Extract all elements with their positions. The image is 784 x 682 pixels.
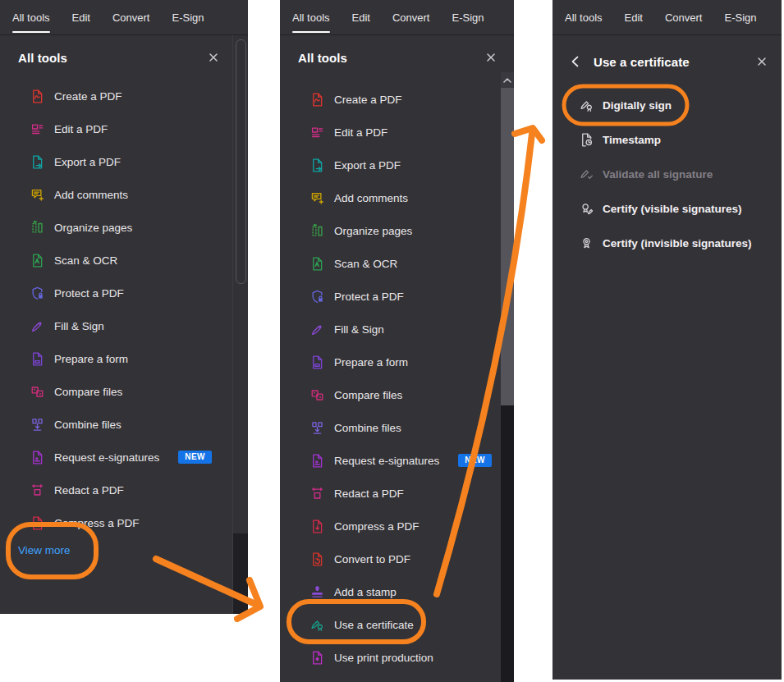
tool-item-protect-a-pdf[interactable]: Protect a PDF [0,277,248,309]
scan-ocr-icon [309,256,325,272]
organize-pages-icon [309,223,325,239]
tool-item-label: Create a PDF [334,94,402,106]
scrollbar-thumb[interactable] [501,88,514,405]
tool-item-scan-ocr[interactable]: Scan & OCR [0,244,248,277]
tool-item-redact-a-pdf[interactable]: Redact a PDF [280,477,514,510]
compare-files-icon [30,384,45,400]
tool-item-organize-pages[interactable]: Organize pages [0,211,248,244]
tool-item-compare-files[interactable]: Compare files [280,378,514,411]
tool-item-label: Edit a PDF [54,123,108,135]
tool-item-certify-invisible-signatures[interactable]: Certify (invisible signatures) [552,226,782,260]
tool-item-label: Use print production [334,652,433,664]
view-more-link[interactable]: View more [18,544,71,556]
tool-item-label: Digitally sign [603,99,672,112]
tool-item-edit-a-pdf[interactable]: Edit a PDF [0,112,248,145]
tool-item-certify-visible-signatures[interactable]: Certify (visible signatures) [552,191,782,226]
scrollbar-thumb[interactable] [236,39,246,284]
tool-item-label: Certify (visible signatures) [603,203,742,215]
request-e-signatures-icon [309,453,325,469]
tool-item-redact-a-pdf[interactable]: Redact a PDF [0,474,248,506]
tab-edit[interactable]: Edit [72,0,90,34]
tool-item-prepare-a-form[interactable]: Prepare a form [280,346,514,378]
tool-item-compare-files[interactable]: Compare files [0,375,248,408]
tool-item-label: Redact a PDF [334,487,404,500]
tool-item-scan-ocr[interactable]: Scan & OCR [280,247,514,280]
tool-item-convert-to-pdf[interactable]: Convert to PDF [280,542,514,575]
tool-item-label: Prepare a form [334,356,408,368]
tool-item-label: Protect a PDF [334,291,404,303]
digitally-sign-icon [579,98,594,113]
tool-item-label: Combine files [54,419,121,431]
tool-item-combine-files[interactable]: Combine files [280,411,514,444]
certify-invisible-icon [579,236,594,251]
tool-item-compress-a-pdf[interactable]: Compress a PDF [280,510,514,542]
tool-item-label: Scan & OCR [334,258,397,270]
protect-a-pdf-icon [309,289,325,304]
redact-a-pdf-icon [30,483,45,498]
screenshot-canvas: All toolsEditConvertE-Sign All tools Cre… [0,0,784,682]
validate-signatures-icon [579,167,594,182]
tool-item-add-comments[interactable]: Add comments [0,178,248,211]
tab-e-sign[interactable]: E-Sign [452,0,484,34]
tool-item-combine-files[interactable]: Combine files [0,408,248,441]
tab-convert[interactable]: Convert [112,0,150,34]
all-tools-panel-1: All toolsEditConvertE-Sign All tools Cre… [0,0,248,614]
close-icon[interactable] [486,53,496,62]
scrollbar-up-arrow-icon[interactable] [501,72,514,88]
close-icon[interactable] [757,57,767,66]
panel-header-2: All tools [280,35,514,80]
tool-item-add-a-stamp[interactable]: Add a stamp [280,575,514,608]
tab-all-tools[interactable]: All tools [12,0,50,34]
panel-title: Use a certificate [594,55,690,69]
back-chevron-icon[interactable] [570,56,581,67]
tab-edit[interactable]: Edit [352,0,370,34]
tool-item-label: Validate all signature [603,168,713,181]
tab-e-sign[interactable]: E-Sign [172,0,204,34]
tab-all-tools[interactable]: All tools [565,0,603,34]
tool-item-request-e-signatures[interactable]: Request e-signaturesNEW [0,441,248,474]
tool-item-export-a-pdf[interactable]: Export a PDF [280,149,514,181]
tool-item-export-a-pdf[interactable]: Export a PDF [0,145,248,178]
tool-item-edit-a-pdf[interactable]: Edit a PDF [280,116,514,149]
prepare-a-form-icon [30,351,45,367]
tool-item-add-comments[interactable]: Add comments [280,181,514,214]
tabbar-2: All toolsEditConvertE-Sign [280,0,514,35]
tool-item-compress-a-pdf[interactable]: Compress a PDF [0,506,248,539]
scrollbar[interactable] [232,35,248,614]
close-icon[interactable] [209,53,218,62]
tab-convert[interactable]: Convert [392,0,430,34]
tool-item-digitally-sign[interactable]: Digitally sign [552,88,782,122]
tool-item-label: Prepare a form [54,353,128,365]
tab-e-sign[interactable]: E-Sign [724,0,756,34]
tool-item-create-a-pdf[interactable]: Create a PDF [0,80,248,112]
scrollbar-track [233,533,248,614]
tool-item-label: Compare files [54,386,122,398]
tool-item-protect-a-pdf[interactable]: Protect a PDF [280,280,514,313]
tool-item-organize-pages[interactable]: Organize pages [280,214,514,247]
tool-item-label: Timestamp [603,134,661,146]
tool-item-label: Fill & Sign [334,323,384,336]
tool-item-label: Request e-signatures [334,455,439,467]
tool-item-use-print-production[interactable]: Use print production [280,641,514,674]
tab-convert[interactable]: Convert [665,0,703,34]
tool-item-prepare-a-form[interactable]: Prepare a form [0,342,248,375]
new-badge: NEW [178,451,212,464]
add-comments-icon [30,187,45,203]
tool-item-use-a-certificate[interactable]: Use a certificate [280,608,514,641]
timestamp-icon [579,132,594,148]
tool-item-timestamp[interactable]: Timestamp [552,122,782,157]
tool-item-fill-sign[interactable]: Fill & Sign [280,313,514,346]
tool-list-1: Create a PDFEdit a PDFExport a PDFAdd co… [0,80,248,539]
tab-all-tools[interactable]: All tools [292,0,330,34]
scrollbar[interactable] [501,72,514,682]
tool-item-request-e-signatures[interactable]: Request e-signaturesNEW [280,444,514,477]
tool-item-label: Certify (invisible signatures) [603,237,752,249]
organize-pages-icon [30,220,45,236]
use-print-production-icon [309,650,325,666]
tool-item-label: Use a certificate [334,619,414,631]
panel-header-3: Use a certificate [552,35,782,88]
create-a-pdf-icon [30,89,45,104]
tool-item-fill-sign[interactable]: Fill & Sign [0,309,248,342]
tool-item-create-a-pdf[interactable]: Create a PDF [280,83,514,116]
tab-edit[interactable]: Edit [625,0,643,34]
